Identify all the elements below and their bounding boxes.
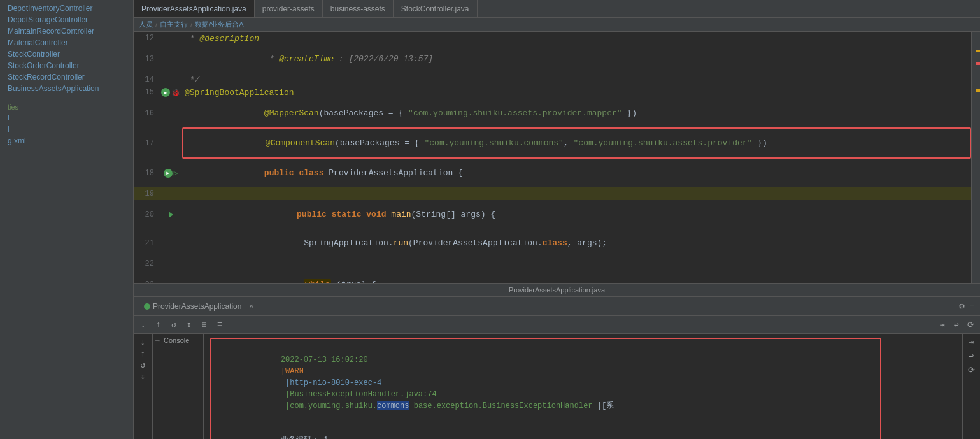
line-num-12: 12: [134, 34, 159, 43]
sidebar-item-depot-inventory[interactable]: DepotInventoryController: [0, 3, 133, 14]
log-highlight: commons: [377, 401, 409, 410]
code-line-13: 13 * @createTime : [2022/6/20 13:57]: [134, 45, 971, 73]
run-icon-20[interactable]: [169, 212, 173, 218]
file-path-bar: ProviderAssetsApplication.java: [134, 283, 980, 296]
bottom-tab-close[interactable]: ×: [249, 303, 253, 310]
line-num-19: 19: [134, 189, 159, 198]
log-tail: |[系: [593, 401, 614, 410]
line-num-14: 14: [134, 75, 159, 84]
console-area: ↓ ↑ ↺ ↧ → Console 2022-07-13 16:02:20 |W…: [134, 334, 980, 439]
tab-provider-assets[interactable]: provider-assets: [255, 0, 323, 17]
right-align-button[interactable]: ⇥: [937, 319, 948, 331]
sidebar-item-l2[interactable]: l: [0, 124, 133, 135]
minimize-button[interactable]: −: [970, 301, 975, 312]
console-step[interactable]: ↧: [138, 371, 149, 382]
code-editor[interactable]: 12 * @description 13 * @createTime : [20…: [134, 32, 971, 283]
sidebar-item-stock-record[interactable]: StockRecordController: [0, 71, 133, 83]
sidebar-item-maintain-record[interactable]: MaintainRecordController: [0, 25, 133, 37]
line-content-22: [182, 259, 971, 269]
line-content-13: * @createTime : [2022/6/20 13:57]: [182, 45, 971, 73]
console-right-btn1[interactable]: ⇥: [966, 336, 977, 348]
tab-provider-assets-application[interactable]: ProviderAssetsApplication.java: [134, 0, 255, 17]
code-line-22: 22: [134, 257, 971, 270]
code-line-21: 21 SpringApplication.run(ProviderAssetsA…: [134, 229, 971, 257]
sidebar-item-stock[interactable]: StockController: [0, 48, 133, 60]
code-line-20: 20 public static void main(String[] args…: [134, 200, 971, 229]
main-layout: DepotInventoryController DepotStorageCon…: [0, 0, 980, 439]
line-num-17: 17: [134, 139, 159, 148]
console-label: Console: [164, 336, 189, 344]
wrap-button[interactable]: ↩: [951, 319, 962, 331]
breadcrumb-part3[interactable]: 数据/业务后台A: [195, 20, 243, 29]
sidebar-section-ties: ties: [0, 99, 133, 112]
code-line-14: 14 */: [134, 73, 971, 86]
sidebar-item-stock-order[interactable]: StockOrderController: [0, 60, 133, 71]
lines-button[interactable]: ≡: [214, 319, 225, 331]
code-line-19: 19: [134, 187, 971, 200]
line-content-23: while (true) {: [182, 270, 971, 283]
bottom-toolbar: ProviderAssetsApplication × ⚙ −: [134, 297, 980, 316]
console-right-actions: ⇥ ↩ ⟳: [962, 334, 980, 439]
log-class: |BusinessExceptionHandler.java:74: [281, 390, 437, 399]
grid-button[interactable]: ⊞: [199, 319, 210, 331]
line-icons-18: ▶ ▷: [159, 169, 182, 178]
console-label-area: → Console: [153, 334, 204, 439]
sidebar-item-business-assets[interactable]: BusinessAssetsApplication: [0, 83, 133, 94]
log-level: |WARN: [281, 367, 304, 376]
line-icons-15: ▶ 🐞: [159, 88, 182, 97]
line-content-18: public class ProviderAssetsApplication {: [182, 159, 971, 187]
tab-business-assets[interactable]: business-assets: [323, 0, 394, 17]
scroll-up-button[interactable]: ↑: [153, 319, 164, 331]
line-num-13: 13: [134, 55, 159, 64]
scroll-marker-warning2: [976, 89, 980, 92]
sidebar-item-l1[interactable]: l: [0, 112, 133, 124]
line-num-21: 21: [134, 239, 159, 248]
bottom-panel: ProviderAssetsApplication × ⚙ − ↓ ↑ ↺ ↧ …: [134, 296, 980, 439]
breadcrumb-part2[interactable]: 自主支行: [160, 20, 188, 29]
console-right-btn3[interactable]: ⟳: [966, 364, 977, 376]
log-timestamp: 2022-07-13 16:02:20: [281, 356, 368, 364]
code-line-12: 12 * @description: [134, 32, 971, 45]
line-content-20: public static void main(String[] args) {: [182, 200, 971, 229]
run-icon-15[interactable]: ▶: [161, 88, 170, 97]
debug-icon-18[interactable]: ▷: [174, 169, 178, 177]
log-package: |com.youming.shuiku.: [281, 401, 377, 410]
step-button[interactable]: ↧: [183, 319, 195, 331]
console-error-box: 2022-07-13 16:02:20 |WARN |http-nio-8010…: [210, 338, 881, 439]
line-num-15: 15: [134, 88, 159, 97]
sidebar-item-material[interactable]: MaterialController: [0, 37, 133, 48]
scroll-marker-error: [976, 62, 980, 65]
right-scrollbar: [971, 32, 980, 283]
debug-icon-15[interactable]: 🐞: [171, 89, 180, 97]
line-icons-20: [159, 212, 182, 218]
console-right-btn2[interactable]: ↩: [966, 350, 977, 362]
breadcrumb-part1[interactable]: 人员: [139, 20, 153, 29]
log-rest: base.exception.BusinessExceptionHandler: [409, 401, 592, 410]
line-content-21: SpringApplication.run(ProviderAssetsAppl…: [182, 229, 971, 257]
console-output[interactable]: 2022-07-13 16:02:20 |WARN |http-nio-8010…: [204, 334, 962, 439]
settings-button[interactable]: ⚙: [959, 301, 964, 312]
code-line-23: 23 while (true) {: [134, 270, 971, 283]
console-scroll-up[interactable]: ↑: [138, 348, 149, 359]
line-num-16: 16: [134, 109, 159, 118]
breadcrumb-sep1: /: [155, 21, 157, 29]
line-content-19: [182, 189, 971, 199]
tab-stock-controller[interactable]: StockController.java: [394, 0, 478, 17]
line-num-20: 20: [134, 210, 159, 219]
line-content-14: */: [182, 75, 971, 85]
run-status-dot: [144, 303, 150, 310]
console-restart[interactable]: ↺: [138, 359, 149, 371]
restart-button[interactable]: ↺: [168, 319, 180, 331]
console-scroll-down[interactable]: ↓: [138, 336, 149, 348]
code-line-17: 17 @ComponentScan(basePackages = { "com.…: [134, 127, 971, 159]
scroll-down-button[interactable]: ↓: [138, 319, 149, 331]
run-icon-18[interactable]: ▶: [164, 169, 173, 178]
line-num-22: 22: [134, 259, 159, 268]
sidebar-item-xml[interactable]: g.xml: [0, 135, 133, 147]
bottom-tab-run[interactable]: ProviderAssetsApplication: [139, 297, 246, 315]
breadcrumb-sep2: /: [190, 21, 192, 29]
line-num-18: 18: [134, 169, 159, 178]
sidebar-item-depot-storage[interactable]: DepotStorageController: [0, 14, 133, 25]
code-line-18: 18 ▶ ▷ public class ProviderAssetsApplic…: [134, 159, 971, 187]
refresh-button[interactable]: ⟳: [965, 319, 976, 331]
